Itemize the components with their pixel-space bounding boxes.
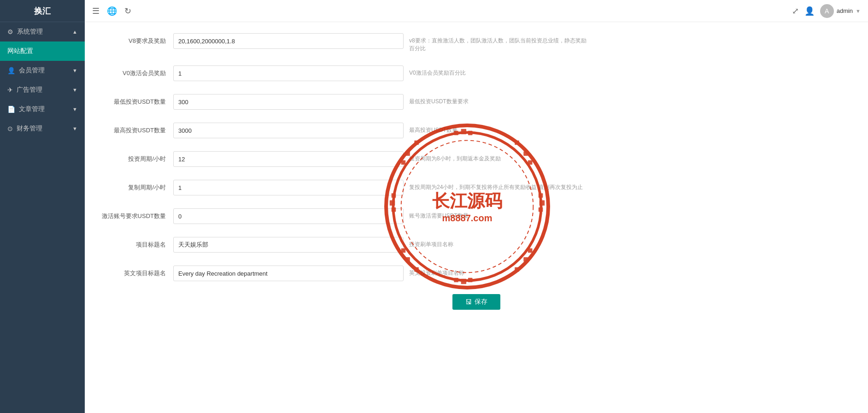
gear-icon: ⚙ [7,28,13,35]
chevron-down-icon: ▼ [72,87,77,93]
sidebar-item-label: 广告管理 [17,86,42,94]
form-row-project-title-cn: 项目标题名 投资刷单项目名称 [100,237,853,253]
sidebar-item-label: 会员管理 [19,66,45,75]
sidebar-item-member[interactable]: 👤 会员管理 ▼ [0,61,85,80]
form-row-reinvest-period: 复制周期/小时 复投周期为24小时，到期不复投将停止所有奖励收益 直到再次复投为… [100,180,853,195]
form-input-v8-reward[interactable] [173,33,404,49]
form-input-v0-reward[interactable] [173,65,404,81]
form-label-reinvest-period: 复制周期/小时 [100,180,173,192]
user-menu[interactable]: A admin ▼ [820,4,861,18]
form-input-min-usdt[interactable] [173,94,404,110]
chevron-up-icon: ▲ [72,29,77,35]
form-hint-invest-period: 投资周期为8小时，到期返本金及奖励 [404,151,588,163]
chevron-down-icon: ▼ [856,8,861,14]
save-button-wrap: 🖫 保存 [100,294,853,324]
sidebar-item-website[interactable]: 网站配置 [0,41,85,61]
ad-icon: ✈ [7,86,13,94]
globe-icon[interactable]: 🌐 [107,6,117,16]
form-input-max-usdt[interactable] [173,123,404,138]
form-row-v0-reward: V0激活会员奖励 V0激活会员奖励百分比 [100,65,853,81]
header-left: ☰ 🌐 ↻ [92,6,131,16]
form-input-project-title-cn[interactable] [173,237,404,253]
sidebar-item-label: 网站配置 [7,47,33,55]
avatar: A [820,4,834,18]
chevron-down-icon: ▼ [72,106,77,112]
form-label-invest-period: 投资周期/小时 [100,151,173,163]
sidebar-item-ad[interactable]: ✈ 广告管理 ▼ [0,80,85,100]
sidebar: 换汇 ⚙ 系统管理 ▲ 网站配置 👤 会员管理 ▼ ✈ 广告管理 ▼ 📄 文章管… [0,0,85,413]
sidebar-item-label: 财务管理 [17,124,42,133]
form-label-min-usdt: 最低投资USDT数量 [100,94,173,106]
sidebar-item-finance[interactable]: ⊙ 财务管理 ▼ [0,119,85,138]
form-row-project-title-en: 英文项目标题名 英文投资刷单项目名称 [100,266,853,281]
finance-icon: ⊙ [7,125,13,132]
form-label-v0-reward: V0激活会员奖励 [100,65,173,77]
form-input-activate-usdt[interactable] [173,208,404,224]
admin-name: admin [837,7,853,14]
content-area: V8要求及奖励 v8要求：直推激活人数，团队激活人数，团队当前投资总业绩，静态奖… [85,22,868,413]
member-icon: 👤 [7,67,15,74]
form-input-reinvest-period[interactable] [173,180,404,195]
chevron-down-icon: ▼ [72,126,77,131]
form-hint-v0-reward: V0激活会员奖励百分比 [404,65,588,77]
article-icon: 📄 [7,106,15,113]
form-row-activate-usdt: 激活账号要求USDT数量 账号激活需要USDT数量 [100,208,853,224]
form-hint-min-usdt: 最低投资USDT数量要求 [404,94,588,106]
form-label-project-title-cn: 项目标题名 [100,237,173,249]
header: ☰ 🌐 ↻ ⤢ 👤 A admin ▼ [85,0,868,22]
form-hint-project-title-en: 英文投资刷单项目名称 [404,266,588,277]
refresh-icon[interactable]: ↻ [124,6,131,16]
form-input-invest-period[interactable] [173,151,404,167]
form-row-max-usdt: 最高投资USDT数量 最高投资USDT数量 [100,123,853,138]
sidebar-logo: 换汇 [0,0,85,22]
form-input-project-title-en[interactable] [173,266,404,281]
menu-icon[interactable]: ☰ [92,6,100,16]
sidebar-item-article[interactable]: 📄 文章管理 ▼ [0,100,85,119]
form-hint-v8-reward: v8要求：直推激活人数，团队激活人数，团队当前投资总业绩，静态奖励百分比 [404,33,588,53]
user-settings-icon[interactable]: 👤 [804,6,815,16]
sidebar-item-label: 文章管理 [19,105,45,113]
form-row-v8-reward: V8要求及奖励 v8要求：直推激活人数，团队激活人数，团队当前投资总业绩，静态奖… [100,33,853,53]
save-icon: 🖫 [465,298,472,306]
form-label-project-title-en: 英文项目标题名 [100,266,173,277]
main-wrapper: ☰ 🌐 ↻ ⤢ 👤 A admin ▼ V8要求及奖励 v8要求：直推激活人数，… [85,0,868,413]
sidebar-item-label: 系统管理 [17,28,43,36]
form-hint-activate-usdt: 账号激活需要USDT数量 [404,208,588,220]
fullscreen-icon[interactable]: ⤢ [792,6,799,16]
header-right: ⤢ 👤 A admin ▼ [792,4,861,18]
save-label: 保存 [475,298,487,306]
form-label-max-usdt: 最高投资USDT数量 [100,123,173,135]
sidebar-item-system[interactable]: ⚙ 系统管理 ▲ [0,22,85,41]
form-hint-project-title-cn: 投资刷单项目名称 [404,237,588,248]
form-hint-max-usdt: 最高投资USDT数量 [404,123,588,134]
form-label-activate-usdt: 激活账号要求USDT数量 [100,208,173,220]
form-row-min-usdt: 最低投资USDT数量 最低投资USDT数量要求 [100,94,853,110]
form-row-invest-period: 投资周期/小时 投资周期为8小时，到期返本金及奖励 [100,151,853,167]
form-label-v8-reward: V8要求及奖励 [100,33,173,45]
chevron-down-icon: ▼ [72,68,77,73]
form-hint-reinvest-period: 复投周期为24小时，到期不复投将停止所有奖励收益 直到再次复投为止 [404,180,588,191]
save-button[interactable]: 🖫 保存 [452,294,500,310]
